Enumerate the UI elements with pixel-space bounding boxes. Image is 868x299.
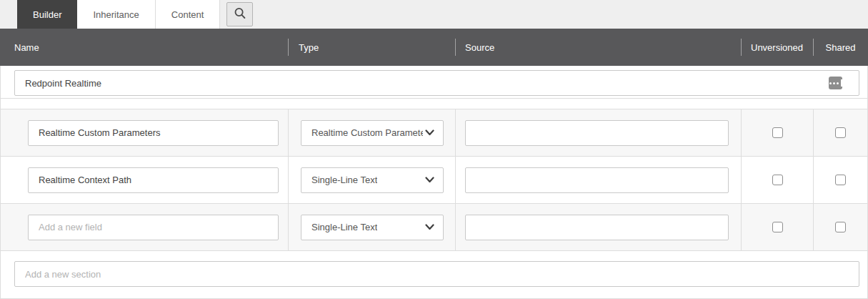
field-type-select[interactable]: Single-Line Text bbox=[301, 215, 444, 240]
tab-builder[interactable]: Builder bbox=[17, 0, 77, 29]
add-field-name-input[interactable] bbox=[28, 215, 279, 240]
field-type-value: Single-Line Text bbox=[311, 222, 377, 232]
field-name-input[interactable] bbox=[28, 120, 279, 146]
search-button[interactable] bbox=[226, 2, 253, 26]
tab-strip: Builder Inheritance Content bbox=[0, 0, 868, 29]
unversioned-checkbox[interactable] bbox=[772, 222, 783, 232]
field-table: Realtime Custom Paramete bbox=[1, 109, 867, 251]
field-type-select[interactable]: Single-Line Text bbox=[301, 167, 444, 193]
shared-checkbox[interactable] bbox=[835, 175, 846, 185]
magnifier-icon bbox=[233, 6, 247, 23]
add-section-row bbox=[1, 251, 867, 298]
ellipsis-icon[interactable] bbox=[829, 77, 842, 89]
tab-inheritance[interactable]: Inheritance bbox=[77, 0, 155, 29]
field-source-input[interactable] bbox=[465, 215, 729, 240]
add-field-row: Single-Line Text bbox=[1, 204, 867, 251]
field-row: Realtime Custom Paramete bbox=[1, 109, 867, 157]
column-header-type: Type bbox=[288, 29, 455, 66]
field-source-input[interactable] bbox=[465, 120, 729, 146]
chevron-down-icon bbox=[425, 129, 434, 136]
tab-content[interactable]: Content bbox=[156, 0, 221, 29]
chevron-down-icon bbox=[425, 177, 434, 183]
unversioned-checkbox[interactable] bbox=[772, 175, 783, 185]
column-header-bar: Name Type Source Unversioned Shared bbox=[0, 29, 868, 66]
column-header-shared: Shared bbox=[813, 29, 868, 66]
section-name-input[interactable] bbox=[14, 70, 859, 96]
field-row: Single-Line Text bbox=[1, 157, 867, 204]
builder-content: Realtime Custom Paramete bbox=[0, 66, 868, 299]
section-name-row bbox=[1, 66, 867, 99]
field-type-select[interactable]: Realtime Custom Paramete bbox=[301, 120, 444, 146]
shared-checkbox[interactable] bbox=[835, 222, 846, 232]
unversioned-checkbox[interactable] bbox=[772, 127, 783, 138]
chevron-down-icon bbox=[425, 224, 434, 230]
add-section-input[interactable] bbox=[14, 261, 859, 287]
template-builder: Builder Inheritance Content Name Type So… bbox=[0, 0, 868, 299]
column-header-unversioned: Unversioned bbox=[741, 29, 813, 66]
field-name-input[interactable] bbox=[28, 167, 279, 193]
field-source-input[interactable] bbox=[465, 167, 729, 193]
column-header-source: Source bbox=[455, 29, 741, 66]
field-type-value: Single-Line Text bbox=[311, 175, 377, 185]
column-header-name: Name bbox=[0, 29, 288, 66]
field-type-value: Realtime Custom Paramete bbox=[311, 127, 423, 138]
section-gap bbox=[1, 99, 867, 109]
shared-checkbox[interactable] bbox=[835, 127, 846, 138]
